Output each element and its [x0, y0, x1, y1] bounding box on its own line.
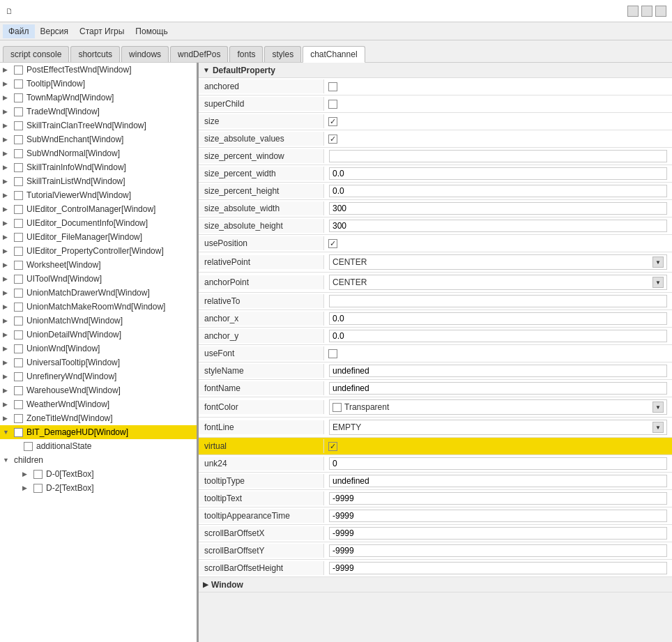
tree-item[interactable]: ▶D-0[TextBox]	[0, 467, 197, 481]
prop-value-cell[interactable]	[324, 165, 672, 182]
tree-item[interactable]: ▼children	[0, 453, 197, 467]
menu-version[interactable]: Версия	[35, 24, 75, 38]
tree-item[interactable]: ▶WeatherWnd[Window]	[0, 397, 197, 411]
tree-checkbox[interactable]	[14, 386, 23, 395]
prop-checkbox[interactable]	[328, 349, 337, 358]
tree-checkbox[interactable]	[14, 205, 23, 214]
tab-windows[interactable]: windows	[121, 46, 169, 62]
menu-help[interactable]: Помощь	[130, 24, 173, 38]
prop-dropdown[interactable]: EMPTY▼	[329, 420, 667, 435]
tree-item[interactable]: ▶UIEditor_ControlManager[Window]	[0, 202, 197, 216]
tree-item[interactable]: ▶WarehouseWnd[Window]	[0, 383, 197, 397]
props-container[interactable]: ▼DefaultPropertyanchoredsuperChildsizesi…	[199, 63, 672, 642]
prop-value-cell[interactable]	[324, 95, 672, 112]
tree-item[interactable]: ▶TutorialViewerWnd[Window]	[0, 188, 197, 202]
tab-shortcuts[interactable]: shortcuts	[70, 46, 120, 62]
dropdown-arrow-icon[interactable]: ▼	[652, 277, 664, 288]
prop-value-cell[interactable]	[324, 490, 672, 507]
prop-checkbox[interactable]	[328, 135, 337, 144]
minimize-button[interactable]	[627, 6, 639, 17]
tree-item[interactable]: ▶SubWndEnchant[Window]	[0, 132, 197, 146]
prop-value-cell[interactable]	[324, 78, 672, 95]
prop-group-header[interactable]: ▼DefaultProperty	[199, 63, 672, 78]
prop-text-input[interactable]	[329, 202, 667, 215]
dropdown-arrow-icon[interactable]: ▼	[652, 402, 664, 413]
tree-checkbox[interactable]	[14, 66, 23, 75]
tree-item[interactable]: ▶SkillTrainInfoWnd[Window]	[0, 160, 197, 174]
tree-checkbox[interactable]	[14, 219, 23, 228]
prop-text-input[interactable]	[329, 167, 667, 180]
tree-item[interactable]: ▶PostEffectTestWnd[Window]	[0, 63, 197, 77]
prop-text-input[interactable]	[329, 365, 667, 377]
tree-checkbox[interactable]	[14, 177, 23, 186]
tree-item[interactable]: ▶D-2[TextBox]	[0, 481, 197, 495]
tab-script-console[interactable]: script console	[3, 46, 69, 62]
tree-checkbox[interactable]	[14, 121, 23, 130]
prop-text-input[interactable]	[329, 312, 667, 325]
prop-checkbox[interactable]	[328, 117, 337, 126]
prop-value-cell[interactable]	[324, 328, 672, 344]
prop-value-cell[interactable]	[324, 217, 672, 234]
prop-value-cell[interactable]	[324, 183, 672, 199]
prop-value-cell[interactable]: EMPTY▼	[324, 418, 672, 437]
prop-value-cell[interactable]	[324, 380, 672, 397]
prop-value-cell[interactable]	[324, 455, 672, 472]
prop-text-input[interactable]	[329, 475, 667, 487]
prop-dropdown[interactable]: CENTER▼	[329, 275, 667, 290]
prop-value-cell[interactable]	[324, 525, 672, 542]
prop-value-cell[interactable]: CENTER▼	[324, 273, 672, 292]
prop-value-cell[interactable]	[324, 362, 672, 379]
tree-item[interactable]: ▶SkillTrainListWnd[Window]	[0, 174, 197, 188]
prop-dropdown[interactable]: CENTER▼	[329, 254, 667, 270]
prop-text-input[interactable]	[329, 220, 667, 232]
tree-item[interactable]: ▶UIEditor_DocumentInfo[Window]	[0, 216, 197, 230]
tab-styles[interactable]: styles	[264, 46, 301, 62]
tree-item[interactable]: ▶UnionMatchWnd[Window]	[0, 314, 197, 328]
window-group-header[interactable]: ▶Window	[199, 577, 672, 593]
dropdown-checkbox[interactable]	[333, 403, 342, 412]
prop-checkbox[interactable]	[328, 82, 337, 91]
prop-value-cell[interactable]	[324, 148, 672, 165]
maximize-button[interactable]	[641, 6, 652, 17]
prop-value-cell[interactable]	[324, 560, 672, 576]
tree-checkbox[interactable]	[14, 107, 23, 116]
tree-checkbox[interactable]	[14, 358, 23, 367]
prop-value-cell[interactable]: Transparent▼	[324, 397, 672, 417]
tab-fonts[interactable]: fonts	[229, 46, 263, 62]
prop-text-input[interactable]	[329, 330, 667, 342]
prop-text-input[interactable]	[329, 527, 667, 540]
tree-item[interactable]: ▶UnionDetailWnd[Window]	[0, 328, 197, 342]
tree-item[interactable]: ▶UnrefineryWnd[Window]	[0, 369, 197, 383]
prop-value-cell[interactable]	[324, 130, 672, 147]
tree-item[interactable]: ▶SkillTrainClanTreeWnd[Window]	[0, 119, 197, 132]
prop-text-input[interactable]	[329, 185, 667, 197]
tree-checkbox[interactable]	[14, 247, 23, 256]
tree-checkbox[interactable]	[14, 93, 23, 102]
tree-checkbox[interactable]	[24, 442, 33, 451]
prop-text-input[interactable]	[329, 150, 667, 162]
prop-value-cell[interactable]	[324, 113, 672, 130]
tree-checkbox[interactable]	[14, 372, 23, 381]
prop-checkbox[interactable]	[328, 100, 337, 109]
prop-value-cell[interactable]	[324, 438, 672, 454]
prop-value-cell[interactable]	[324, 310, 672, 327]
prop-text-input[interactable]	[329, 295, 667, 307]
prop-text-input[interactable]	[329, 382, 667, 395]
tree-checkbox[interactable]	[14, 261, 23, 270]
close-button[interactable]	[655, 6, 666, 17]
menu-startgame[interactable]: Старт Игры	[74, 24, 130, 38]
dropdown-arrow-icon[interactable]: ▼	[652, 257, 664, 268]
tree-checkbox[interactable]	[14, 344, 23, 353]
tree-checkbox[interactable]	[14, 135, 23, 144]
tree-checkbox[interactable]	[14, 428, 23, 437]
tree-checkbox[interactable]	[14, 316, 23, 326]
tree-item[interactable]: ▶SubWndNormal[Window]	[0, 146, 197, 160]
dropdown-arrow-icon[interactable]: ▼	[652, 422, 664, 433]
prop-value-cell[interactable]	[324, 235, 672, 252]
tree-checkbox[interactable]	[14, 149, 23, 158]
tree-checkbox[interactable]	[14, 330, 23, 339]
tree-item[interactable]: ▶UniversalTooltip[Window]	[0, 356, 197, 369]
tree-checkbox[interactable]	[14, 275, 23, 284]
prop-value-cell[interactable]	[324, 507, 672, 524]
prop-text-input[interactable]	[329, 492, 667, 505]
